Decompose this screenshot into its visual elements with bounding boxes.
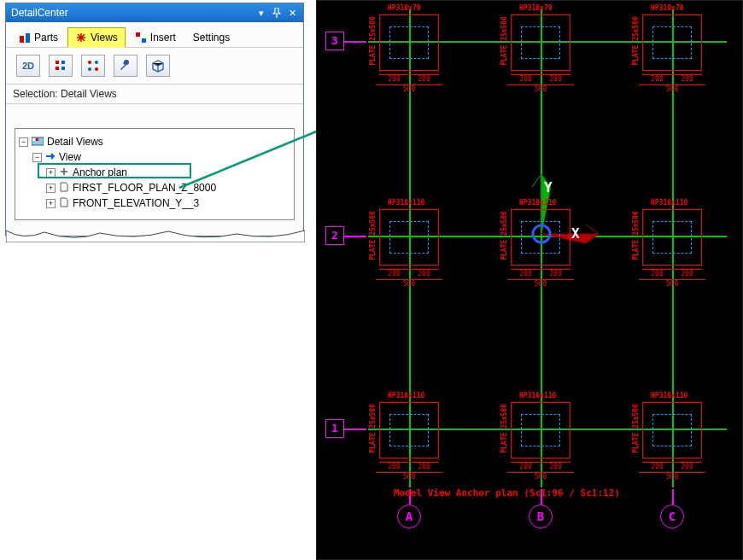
plus-icon[interactable]: + — [46, 168, 56, 178]
tab-label: Views — [91, 32, 118, 44]
selection-label: Selection: Detail Views — [6, 84, 303, 104]
model-caption: Model View Anchor plan (Sc1:96 / Sc1:12) — [394, 487, 620, 499]
folder-icon — [32, 136, 44, 149]
tab-views[interactable]: Views — [67, 27, 126, 48]
views-toolbar: 2D — [6, 48, 303, 84]
tree-label: View — [59, 151, 81, 163]
tree-node-anchor[interactable]: + Anchor plan — [46, 165, 290, 180]
tool-btn-3d[interactable] — [146, 55, 170, 77]
tab-label: Parts — [34, 32, 58, 44]
plus-icon[interactable]: + — [46, 184, 56, 193]
page-icon — [59, 182, 69, 195]
tool-btn-2[interactable] — [81, 55, 105, 77]
insert-icon — [135, 32, 147, 44]
svg-rect-5 — [56, 67, 59, 70]
dropdown-icon[interactable]: ▾ — [254, 6, 269, 20]
footprint-c1: PLATE 25x500 HP310x110 200200 500 — [634, 392, 711, 472]
panel-titlebar: DetailCenter ▾ ✕ — [6, 3, 303, 22]
footprint-b3: PLATE 25x500 HP310x79 200200 500 — [502, 4, 579, 85]
tab-settings[interactable]: Settings — [185, 27, 237, 47]
tree-node-view[interactable]: − View — [32, 149, 290, 165]
drawing-viewport[interactable]: 3 2 1 A B C Y X PLATE 25x500 HP310x79 20… — [316, 0, 743, 560]
footprint-c3: PLATE 25x500 HP310x79 200200 500 — [634, 4, 711, 85]
footprint-b2: PLATE 25x500 HP310x110 200200 500 — [502, 199, 579, 279]
footprint-a1: PLATE 25x500 HP310x110 200200 500 — [371, 392, 448, 472]
footprint-a2: PLATE 25x500 HP310x110 200200 500 — [371, 199, 448, 279]
minus-icon[interactable]: − — [19, 137, 28, 147]
row-label-1: 1 — [325, 419, 344, 438]
footprint-a3: PLATE 25x500 HP310x79 200200 500 — [371, 4, 448, 85]
svg-rect-6 — [61, 61, 65, 64]
row-label-2: 2 — [325, 226, 344, 245]
detailcenter-panel: DetailCenter ▾ ✕ Parts Views Insert Sett — [5, 3, 304, 236]
svg-rect-2 — [136, 32, 140, 37]
tree-node-frontelev[interactable]: + FRONT_ELEVATION_Y__3 — [46, 195, 290, 211]
row-tick — [344, 236, 366, 237]
panel-title: DetailCenter — [11, 7, 254, 19]
footprint-c2: PLATE 25x500 HP310x110 200200 500 — [634, 199, 711, 279]
tree-label: Detail Views — [47, 136, 103, 148]
tab-insert[interactable]: Insert — [127, 27, 184, 47]
tab-label: Insert — [150, 32, 176, 44]
arrow-icon — [45, 151, 56, 163]
tab-parts[interactable]: Parts — [11, 27, 66, 47]
pin-icon[interactable] — [269, 6, 284, 20]
svg-rect-4 — [56, 61, 59, 64]
tool-btn-1[interactable] — [49, 55, 73, 77]
tab-label: Settings — [193, 32, 230, 44]
svg-rect-14 — [36, 138, 38, 141]
tree-root[interactable]: − Detail Views — [19, 134, 290, 149]
close-icon[interactable]: ✕ — [284, 6, 300, 20]
svg-point-8 — [88, 61, 91, 64]
2d-button[interactable]: 2D — [16, 55, 40, 77]
tree-node-firstfloor[interactable]: + FIRST_FLOOR_PLAN_Z_8000 — [46, 180, 290, 195]
row-label-3: 3 — [325, 32, 344, 50]
col-tick — [672, 489, 674, 505]
tree-label: Anchor plan — [73, 166, 127, 178]
col-label-c: C — [660, 505, 684, 528]
svg-point-10 — [88, 67, 91, 71]
footprint-b1: PLATE 25x500 HP310x110 200200 500 — [502, 392, 579, 472]
plus-icon[interactable]: + — [46, 199, 56, 208]
view-icon — [59, 166, 69, 179]
svg-rect-0 — [20, 36, 24, 43]
tree-view[interactable]: − Detail Views − View + Anchor plan + — [15, 128, 295, 220]
svg-rect-7 — [61, 67, 65, 70]
tab-bar: Parts Views Insert Settings — [6, 22, 303, 48]
views-icon — [75, 32, 87, 44]
svg-rect-1 — [26, 33, 30, 43]
col-label-a: A — [397, 505, 421, 528]
parts-icon — [19, 32, 31, 44]
minus-icon[interactable]: − — [32, 153, 42, 162]
row-tick — [344, 429, 366, 430]
page-icon — [59, 197, 69, 210]
row-tick — [344, 41, 366, 43]
tree-label: FRONT_ELEVATION_Y__3 — [73, 197, 199, 209]
svg-rect-3 — [142, 38, 146, 43]
svg-point-11 — [95, 67, 98, 71]
axis-y-label: Y — [544, 179, 553, 195]
col-label-b: B — [529, 505, 553, 528]
tool-btn-wrench[interactable] — [114, 55, 137, 77]
svg-rect-13 — [32, 138, 35, 141]
tree-label: FIRST_FLOOR_PLAN_Z_8000 — [73, 182, 216, 194]
torn-edge — [6, 229, 305, 242]
svg-point-9 — [95, 61, 98, 64]
